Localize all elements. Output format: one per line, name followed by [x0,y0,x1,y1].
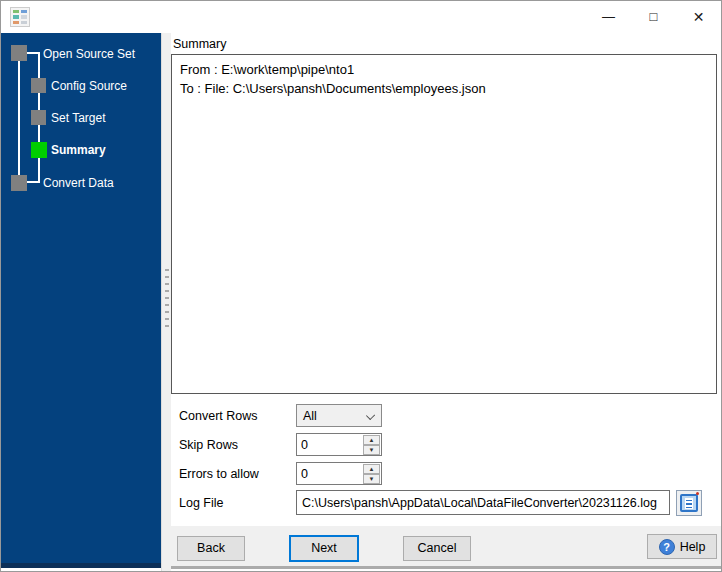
back-button[interactable]: Back [177,536,245,561]
cancel-button[interactable]: Cancel [403,536,471,561]
log-file-input[interactable] [296,490,670,515]
app-icon-cell [21,10,27,13]
app-icon-cell [13,10,19,13]
app-icon-cell [13,21,19,24]
next-button[interactable]: Next [289,535,359,562]
errors-to-allow-stepper: ▲ ▼ [296,462,382,485]
minimize-icon[interactable]: — [586,1,631,32]
chevron-down-icon [366,411,375,420]
help-button[interactable]: ? Help [647,534,717,559]
sidebar-item-convert-data[interactable]: Convert Data [43,176,114,190]
tree-connector [27,181,39,183]
main-panel: Summary From : E:\work\temp\pipe\nto1 To… [171,33,722,569]
button-panel: Back Next Cancel ? Help [171,526,722,569]
summary-section-label: Summary [173,37,226,51]
sidebar-splitter[interactable] [161,33,171,572]
wizard-window: — □ ✕ Open Source Set Config Source Set … [0,0,722,572]
app-icon-cell [21,15,27,18]
convert-rows-dropdown[interactable]: All [296,404,382,427]
skip-rows-label: Skip Rows [179,438,238,452]
step-marker-summary-active [31,142,47,158]
convert-rows-label: Convert Rows [179,409,258,423]
step-marker-set-target [31,110,46,125]
spin-down-icon[interactable]: ▼ [363,445,380,455]
app-icon [10,7,30,27]
wizard-sidebar: Open Source Set Config Source Set Target… [1,33,161,568]
app-icon-cell [13,15,19,18]
sidebar-item-summary[interactable]: Summary [51,143,106,157]
spin-down-icon[interactable]: ▼ [363,474,380,484]
step-marker-config-source [31,78,46,93]
sidebar-item-set-target[interactable]: Set Target [51,111,105,125]
spin-up-icon[interactable]: ▲ [363,435,380,445]
sidebar-item-open-source-set[interactable]: Open Source Set [43,47,135,61]
help-button-label: Help [680,540,706,554]
close-icon[interactable]: ✕ [676,1,721,32]
errors-to-allow-input[interactable] [297,463,363,484]
convert-rows-selected-value: All [303,409,317,423]
window-controls: — □ ✕ [586,1,721,32]
spin-up-icon[interactable]: ▲ [363,464,380,474]
summary-line-from: From : E:\work\temp\pipe\nto1 [180,60,708,79]
tree-connector [18,61,20,176]
view-log-button[interactable] [676,490,702,516]
sidebar-item-config-source[interactable]: Config Source [51,79,127,93]
summary-textarea[interactable]: From : E:\work\temp\pipe\nto1 To : File:… [171,54,717,394]
errors-spin-buttons: ▲ ▼ [363,464,380,483]
splitter-grip-icon [165,269,169,327]
titlebar: — □ ✕ [1,1,721,33]
step-marker-open-source-set [11,45,27,61]
help-question-icon: ? [659,539,675,555]
log-file-label: Log File [179,496,223,510]
app-icon-cell [21,21,27,24]
summary-line-to: To : File: C:\Users\pansh\Documents\empl… [180,79,708,98]
log-file-icon [680,494,698,512]
skip-rows-input[interactable] [297,434,363,455]
skip-rows-spin-buttons: ▲ ▼ [363,435,380,454]
errors-to-allow-label: Errors to allow [179,467,259,481]
maximize-icon[interactable]: □ [631,1,676,32]
skip-rows-stepper: ▲ ▼ [296,433,382,456]
step-marker-convert-data [11,175,27,191]
